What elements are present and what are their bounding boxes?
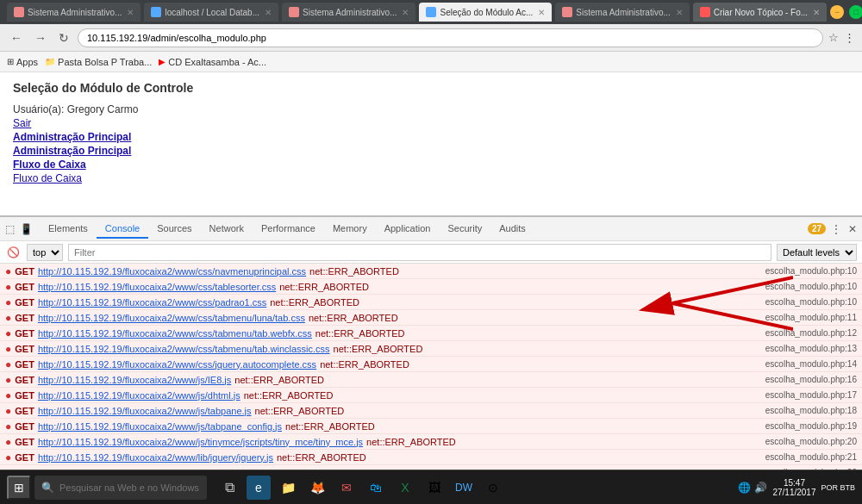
devtools-tab-console[interactable]: Console [97,220,148,239]
taskbar-explorer-icon[interactable]: 📁 [276,476,300,500]
devtools-mobile-icon[interactable]: 📱 [18,221,34,237]
link-admin-principal-1[interactable]: Administração Principal [13,131,849,143]
tab-3-close[interactable]: ✕ [402,8,409,17]
taskbar-excel-icon[interactable]: X [393,476,417,500]
minimize-button[interactable]: − [830,5,844,19]
console-file[interactable]: escolha_modulo.php:10 [765,266,857,276]
console-clear-icon[interactable]: 🚫 [5,245,22,260]
console-row: ● GET http://10.115.192.19/fluxocaixa2/w… [0,465,862,470]
network-icon: 🌐 [738,482,751,494]
devtools-inspect-icon[interactable]: ⬚ [3,221,16,237]
bookmark-star-button[interactable]: ☆ [828,31,839,44]
devtools-tab-memory[interactable]: Memory [324,220,376,239]
console-file[interactable]: escolha_modulo.php:19 [765,421,857,431]
taskbar-dreamweaver-icon[interactable]: DW [452,476,476,500]
console-method: GET [15,359,34,370]
console-file[interactable]: escolha_modulo.php:22 [765,468,857,470]
reload-button[interactable]: ↻ [55,29,72,47]
console-url[interactable]: http://10.115.192.19/fluxocaixa2/www/js/… [38,437,363,447]
console-url[interactable]: http://10.115.192.19/fluxocaixa2/www/js/… [38,421,282,432]
start-button[interactable]: ⊞ [7,476,31,500]
console-context-select[interactable]: top [27,244,63,261]
taskbar-search-input[interactable] [59,482,200,493]
console-url[interactable]: http://10.115.192.19/fluxocaixa2/www/css… [38,266,306,277]
taskbar-photos-icon[interactable]: 🖼 [422,476,447,500]
error-dot: ● [5,296,11,308]
address-bar[interactable] [78,28,823,47]
tab-2-close[interactable]: ✕ [265,8,272,17]
console-url[interactable]: http://10.115.192.19/fluxocaixa2/www/js/… [38,390,240,401]
console-filter-input[interactable] [68,244,771,261]
apps-icon: ⊞ [7,57,14,66]
link-fluxo-caixa-2[interactable]: Fluxo de Caixa [13,172,849,184]
tab-2[interactable]: localhost / Local Datab... ✕ [144,3,278,22]
taskbar-multitask-icon[interactable]: ⧉ [217,476,241,500]
console-file[interactable]: escolha_modulo.php:12 [765,328,857,338]
console-method: GET [15,297,34,308]
tab-1[interactable]: Sistema Administrativo... ✕ [7,3,141,22]
console-status: net::ERR_ABORTED [366,437,456,447]
maximize-button[interactable]: □ [849,5,862,19]
console-file[interactable]: escolha_modulo.php:16 [765,375,857,384]
console-method: GET [15,266,34,277]
console-url[interactable]: http://10.115.192.19/fluxocaixa2/www/css… [38,297,266,308]
console-url[interactable]: http://10.115.192.19/fluxocaixa2/www/lib… [38,452,273,463]
devtools-tab-audits[interactable]: Audits [490,220,534,239]
console-url[interactable]: http://10.115.192.19/fluxocaixa2/www/js/… [38,406,252,416]
console-file[interactable]: escolha_modulo.php:14 [765,359,857,369]
tab-5-close[interactable]: ✕ [676,8,683,17]
tab-1-close[interactable]: ✕ [127,8,134,17]
store-icon: 🛍 [370,481,382,495]
taskbar-search-bar[interactable]: 🔍 [34,476,207,500]
devtools-tab-security[interactable]: Security [439,220,490,239]
console-url[interactable]: http://10.115.192.19/fluxocaixa2/www/css… [38,359,316,370]
console-file[interactable]: escolha_modulo.php:10 [765,297,857,307]
tab-4-close[interactable]: ✕ [538,8,545,17]
console-file[interactable]: escolha_modulo.php:21 [765,452,857,462]
devtools-tab-sources[interactable]: Sources [148,220,200,239]
devtools-close-icon[interactable]: ✕ [846,221,859,237]
link-fluxo-caixa-1[interactable]: Fluxo de Caixa [13,159,849,171]
devtools-tab-application[interactable]: Application [376,220,440,239]
devtools-settings-icon[interactable]: ⋮ [829,221,843,237]
console-file[interactable]: escolha_modulo.php:11 [765,313,857,322]
console-status: net::ERR_ABORTED [320,359,409,370]
tab-5[interactable]: Sistema Administrativo... ✕ [555,3,689,22]
tab-3[interactable]: Sistema Administrativo... ✕ [282,3,415,22]
taskbar-chrome-icon[interactable]: ⊙ [481,476,505,500]
console-file[interactable]: escolha_modulo.php:17 [765,390,857,400]
taskbar-store-icon[interactable]: 🛍 [364,476,388,500]
link-admin-principal-2[interactable]: Administração Principal [13,145,849,157]
devtools-tab-network[interactable]: Network [201,220,253,239]
tab-4[interactable]: Seleção do Módulo Ac... ✕ [419,3,552,22]
tab-1-label: Sistema Administrativo... [28,8,122,17]
bookmark-pasta[interactable]: 📁 Pasta Bolsa P Traba... [45,57,152,67]
taskbar-mail-icon[interactable]: ✉ [334,476,359,500]
link-sair[interactable]: Sair [13,117,849,129]
console-url[interactable]: http://10.115.192.19/fluxocaixa2/www/css… [38,313,305,323]
bookmark-cd[interactable]: ▶ CD Exaltasamba - Ac... [159,57,266,67]
tab-6-close[interactable]: ✕ [813,8,820,17]
back-button[interactable]: ← [7,29,26,47]
taskbar-edge-icon[interactable]: e [247,476,271,500]
taskbar-firefox-icon[interactable]: 🦊 [305,476,329,500]
devtools-tab-performance[interactable]: Performance [253,220,324,239]
console-url[interactable]: http://10.115.192.19/fluxocaixa2/www/css… [38,328,312,339]
bookmark-apps[interactable]: ⊞ Apps [7,57,38,67]
console-url[interactable]: http://10.115.192.19/fluxocaixa2/www/css… [38,282,276,292]
console-row: ● GET http://10.115.192.19/fluxocaixa2/w… [0,434,862,450]
console-url[interactable]: http://10.115.192.19/fluxocaixa2/www/js/… [38,375,231,385]
devtools-toolbar: ⬚ 📱 Elements Console Sources Network Per… [0,217,862,241]
menu-button[interactable]: ⋮ [844,31,855,44]
tab-6[interactable]: Criar Novo Tópico - Fo... ✕ [693,3,827,22]
forward-button[interactable]: → [31,29,50,47]
devtools-tab-elements[interactable]: Elements [40,220,97,239]
console-file[interactable]: escolha_modulo.php:18 [765,406,857,415]
console-url[interactable]: http://10.115.192.19/fluxocaixa2/www/css… [38,344,330,354]
console-url[interactable]: http://10.115.192.19/fluxocaixa2/www/js/… [38,468,289,470]
console-file[interactable]: escolha_modulo.php:13 [765,344,857,353]
console-file[interactable]: escolha_modulo.php:10 [765,282,857,291]
console-file[interactable]: escolha_modulo.php:20 [765,437,857,446]
console-level-select[interactable]: Default levels [777,244,857,261]
page-area: Seleção do Módulo de Controle Usuário(a)… [0,72,862,215]
